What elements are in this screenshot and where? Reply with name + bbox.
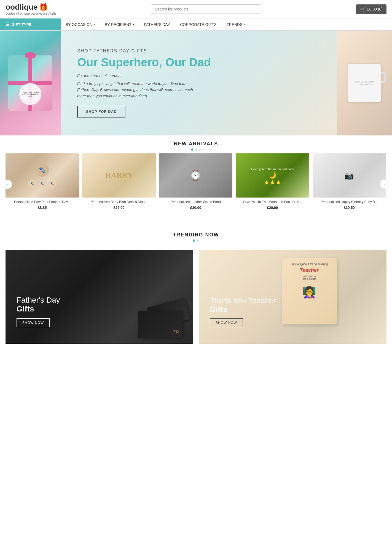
product-image-1: 🐾 🐾 🐾 🐾: [6, 153, 79, 198]
products-carousel: ‹ 🐾 🐾 🐾 🐾 Personalised Paw Print Father'…: [0, 153, 392, 215]
hero-banner: Happy Father's Day to the best Dad love …: [0, 31, 392, 135]
nav-by-recipient[interactable]: BY RECIPIENT ▾: [100, 19, 139, 30]
teacher-title: Thank You Teacher Gifts: [210, 296, 276, 314]
hamburger-icon: ☰: [6, 22, 9, 27]
gift-wrap-visual: Happy Father's Day to the best Dad love …: [8, 55, 52, 111]
new-arrivals-title: NEW ARRIVALS: [0, 141, 392, 147]
cart-icon: 🛒: [360, 7, 366, 12]
fathers-day-banner[interactable]: TP Father's Day Gifts SHOW NOW: [6, 250, 193, 344]
nav-links: BY OCCASION ▾ BY RECIPIENT ▾ FATHERS DAY…: [61, 18, 250, 30]
trending-section: TRENDING NOW TP Father's Day Gifts: [0, 221, 392, 355]
teacher-card-sub: Welcome to: [290, 275, 328, 278]
product-card-4[interactable]: I love you to the moon and back 🌙 ⭐ ⭐ ⭐ …: [236, 153, 309, 210]
fathers-day-bg: TP Father's Day Gifts SHOW NOW: [6, 250, 193, 344]
teacher-card-visual: Special Quotes for an amazing Teacher We…: [282, 258, 337, 324]
product-image-5: 📷: [313, 153, 386, 198]
new-arrivals-section: NEW ARRIVALS: [0, 135, 392, 153]
teacher-show-now-button[interactable]: SHOW NOW: [210, 318, 243, 327]
teacher-illustration: 👩‍🏫: [302, 286, 316, 299]
product-price-1: £8.85: [6, 206, 79, 210]
product-price-5: £19.50: [313, 206, 386, 210]
teacher-card-quote: Special Quotes for an amazing Teacher We…: [290, 263, 328, 280]
product-card-1[interactable]: 🐾 🐾 🐾 🐾 Personalised Paw Print Father's …: [6, 153, 79, 210]
shop-for-dad-button[interactable]: SHOP FOR DAD: [77, 106, 125, 118]
mug-handle: [381, 72, 386, 83]
search-input[interactable]: [151, 4, 261, 14]
trending-header: TRENDING NOW: [0, 226, 392, 244]
product-image-2: HARRY: [82, 153, 155, 198]
gift-type-label: GIFT TYPE: [12, 22, 31, 27]
carousel-prev-button[interactable]: ‹: [3, 180, 12, 189]
logo-tagline: oodles of unique personalised gifts: [6, 12, 57, 15]
carousel-dots: [0, 148, 392, 151]
logo-icon: 🎁: [39, 3, 48, 12]
main-nav: ☰ GIFT TYPE BY OCCASION ▾ BY RECIPIENT ▾…: [0, 18, 392, 31]
product-card-5[interactable]: 📷 Personalised Happy Birthday Baby B... …: [313, 153, 386, 210]
hero-right-image: DADDY'S SUPER SAVINGS: [337, 31, 392, 135]
bottom-banners: TP Father's Day Gifts SHOW NOW: [0, 244, 392, 349]
gift-tag: Happy Father's Day to the best Dad love …: [19, 83, 41, 105]
product-price-3: £30.00: [159, 206, 232, 210]
wallet-main: TP: [138, 311, 182, 338]
teacher-bg: Special Quotes for an amazing Teacher We…: [199, 250, 386, 344]
nav-gift-type[interactable]: ☰ GIFT TYPE: [0, 18, 61, 30]
dot-3: [199, 148, 201, 151]
product-name-2: Personalised Baby Birth Details Dino...: [82, 200, 155, 204]
header: oodlique 🎁 oodles of unique personalised…: [0, 0, 392, 18]
fathers-day-text: Father's Day Gifts SHOW NOW: [17, 296, 60, 327]
trending-dot-1: [193, 239, 195, 242]
teacher-text: Thank You Teacher Gifts SHOW NOW: [210, 296, 276, 327]
product-image-4: I love you to the moon and back 🌙 ⭐ ⭐ ⭐: [236, 153, 309, 198]
products-row: 🐾 🐾 🐾 🐾 Personalised Paw Print Father's …: [6, 153, 386, 210]
hero-description: Find a truly special gift that will mean…: [77, 81, 193, 99]
fathers-day-show-now-button[interactable]: SHOW NOW: [17, 318, 50, 327]
cart-button[interactable]: 🛒 £0.00 (0): [356, 4, 386, 14]
logo[interactable]: oodlique 🎁 oodles of unique personalised…: [6, 3, 57, 15]
product-name-5: Personalised Happy Birthday Baby B...: [313, 200, 386, 204]
trending-dots: [0, 239, 392, 242]
nav-trends[interactable]: TRENDS ▾: [222, 19, 250, 30]
hero-content: SHOP FATHERS DAY GIFTS Our Superhero, Ou…: [61, 38, 337, 129]
hero-left-image: Happy Father's Day to the best Dad love …: [0, 31, 61, 135]
chevron-down-icon: ▾: [133, 23, 134, 26]
divider: [0, 218, 392, 218]
hero-for-hero: For the hero of all heroes!: [77, 73, 320, 78]
chevron-down-icon: ▾: [243, 23, 245, 26]
wallet-visual: TP: [138, 302, 188, 338]
chevron-down-icon: ▾: [93, 23, 95, 26]
product-card-3[interactable]: ⌚ Personalised Leather Watch Band £30.00: [159, 153, 232, 210]
dot-2: [195, 148, 197, 151]
trending-dot-2: [197, 239, 199, 242]
product-name-3: Personalised Leather Watch Band: [159, 200, 232, 204]
gift-bow: [25, 52, 36, 59]
teacher-banner[interactable]: Special Quotes for an amazing Teacher We…: [199, 250, 386, 344]
product-name-1: Personalised Paw Print Father's Day...: [6, 200, 79, 204]
carousel-next-button[interactable]: ›: [380, 180, 389, 189]
hero-title: Our Superhero, Our Dad: [77, 56, 320, 69]
mug-visual: DADDY'S SUPER SAVINGS: [348, 64, 381, 102]
product-price-2: £25.00: [82, 206, 155, 210]
product-name-4: Love You To The Moon and Back Free...: [236, 200, 309, 204]
trending-title: TRENDING NOW: [0, 232, 392, 238]
product-card-2[interactable]: HARRY Personalised Baby Birth Details Di…: [82, 153, 155, 210]
nav-by-occasion[interactable]: BY OCCASION ▾: [61, 19, 100, 30]
product-price-4: £20.00: [236, 206, 309, 210]
cart-total: £0.00 (0): [367, 7, 383, 11]
logo-text: oodlique: [6, 3, 38, 12]
nav-corporate-gifts[interactable]: CORPORATE GIFTS: [175, 19, 222, 30]
nav-fathers-day[interactable]: FATHERS DAY: [139, 19, 175, 30]
search-bar: [151, 4, 261, 14]
teacher-card-class: son's Class!: [290, 278, 328, 280]
dot-1: [191, 148, 193, 151]
product-image-3: ⌚: [159, 153, 232, 198]
fathers-day-title: Father's Day Gifts: [17, 296, 60, 313]
teacher-name: Teacher: [290, 267, 328, 273]
hero-subtitle: SHOP FATHERS DAY GIFTS: [77, 49, 320, 54]
